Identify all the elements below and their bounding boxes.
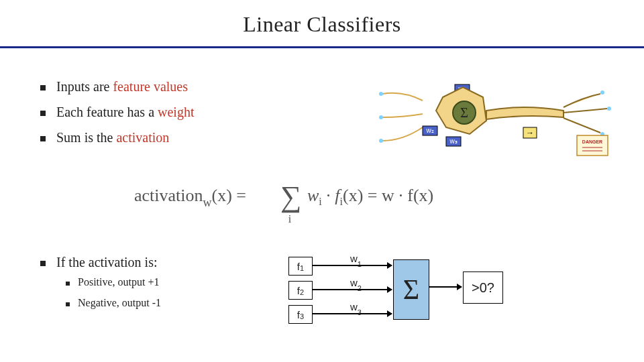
- arrow-f2: [313, 289, 392, 290]
- bullet-marker: [40, 85, 46, 90]
- rhs2: = w · f(x): [363, 186, 433, 205]
- bullet-2: Each feature has a weight: [40, 99, 194, 125]
- arrow-f3: [313, 313, 392, 314]
- bullet-2-text: Each feature has a: [56, 105, 158, 119]
- svg-point-8: [600, 90, 604, 95]
- sigma-box: Σ: [393, 259, 429, 320]
- bullet-2-emph: weight: [158, 105, 194, 119]
- svg-point-0: [379, 92, 383, 96]
- neuron-w2: w₂: [425, 127, 433, 134]
- bullet-1-emph: feature values: [113, 79, 188, 94]
- svg-text:wi · fi(x) = w · f(x): wi · fi(x) = w · f(x): [307, 186, 433, 207]
- sigma-index: i: [288, 213, 292, 225]
- rhs-fi-x: (x): [343, 186, 363, 205]
- neuron-illustration: w₁ w₂ w₃ Σ →: [376, 74, 617, 161]
- w3-label: w3: [350, 301, 362, 314]
- bullet-list: Inputs are feature values Each feature h…: [40, 74, 194, 150]
- neuron-sigma: Σ: [460, 105, 468, 120]
- bullet-marker: [66, 302, 70, 306]
- danger-sign: DANGER: [582, 139, 602, 144]
- sub-bullet-pos: Positive, output +1: [66, 273, 161, 291]
- arrow-out: [429, 286, 462, 288]
- bullet-3-text: Sum is the: [56, 130, 116, 145]
- bullet-activation: If the activation is:: [40, 255, 161, 270]
- bullet-3: Sum is the activation: [40, 125, 194, 150]
- formula-sub-w: w: [203, 196, 212, 209]
- threshold-box: >0?: [463, 272, 503, 304]
- rhs-dot: ·: [322, 186, 335, 205]
- sub-neg-text: Negative, output -1: [78, 294, 161, 312]
- f1-box: f1: [288, 257, 313, 276]
- svg-rect-12: [577, 135, 608, 156]
- activation-formula: activationw(x) = ∑ i wi · fi(x) = w · f(…: [0, 174, 644, 231]
- svg-text:activationw(x) =: activationw(x) =: [134, 186, 246, 209]
- sigma-symbol: ∑: [280, 180, 301, 213]
- neuron-w3: w₃: [449, 137, 457, 145]
- bullet-3-emph: activation: [116, 130, 169, 145]
- neuron-arrow: →: [526, 128, 534, 137]
- arrow-f1: [313, 265, 392, 266]
- svg-point-9: [607, 107, 611, 111]
- bullet-marker: [66, 282, 70, 286]
- bullet-marker: [40, 111, 46, 116]
- bullet-marker: [40, 136, 46, 141]
- formula-lhs: activation: [134, 186, 203, 205]
- w2-label: w2: [350, 277, 362, 290]
- perceptron-diagram: f1 f2 f3 w1 w2 w3 Σ >0?: [288, 251, 503, 332]
- rhs-wi-w: w: [307, 186, 319, 205]
- f2-box: f2: [288, 281, 313, 300]
- lower-bullets: If the activation is: Positive, output +…: [40, 255, 161, 314]
- bullet-marker: [40, 261, 46, 266]
- bullet-1: Inputs are feature values: [40, 74, 194, 99]
- bullet-1-text: Inputs are: [56, 79, 113, 94]
- f3-box: f3: [288, 305, 313, 324]
- svg-point-1: [379, 115, 383, 119]
- title-rule: [0, 46, 644, 48]
- w1-label: w1: [350, 253, 362, 266]
- formula-eq1: =: [232, 186, 246, 205]
- svg-point-2: [379, 139, 383, 143]
- sub-pos-text: Positive, output +1: [78, 273, 159, 291]
- sub-bullet-neg: Negative, output -1: [66, 294, 161, 312]
- bullet-activation-text: If the activation is:: [56, 255, 158, 270]
- formula-arg: (x): [212, 186, 232, 205]
- slide-title: Linear Classifiers: [0, 0, 644, 46]
